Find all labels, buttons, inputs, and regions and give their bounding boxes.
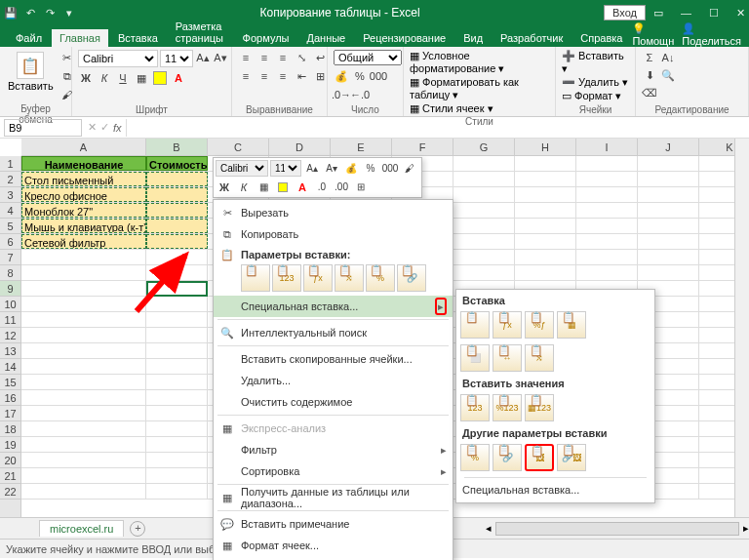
sub-paste-all-icon[interactable] (460, 311, 490, 339)
underline-icon[interactable]: Ч (115, 70, 131, 86)
ctx-format-cells[interactable]: ▦Формат ячеек... (214, 535, 453, 556)
paste-formatting-icon[interactable]: % (366, 264, 395, 292)
align-right-icon[interactable]: ≡ (275, 68, 291, 84)
font-size-combo[interactable]: 11 (160, 50, 193, 67)
decrease-font-icon[interactable]: A▾ (213, 50, 228, 65)
ctx-dropdown-list[interactable]: Выбрать из раскрывающегося списка... (214, 556, 453, 560)
undo-icon[interactable]: ↶ (23, 6, 37, 20)
mini-border-icon[interactable]: ▦ (255, 179, 272, 195)
mini-bold-icon[interactable]: Ж (216, 179, 233, 195)
mini-dec-font-icon[interactable]: A▾ (323, 160, 340, 177)
cancel-formula-icon[interactable]: ✕ (88, 121, 97, 134)
sub-formatting-icon[interactable]: % (460, 444, 490, 471)
redo-icon[interactable]: ↷ (43, 6, 57, 20)
fill-color-icon[interactable] (152, 70, 168, 86)
paste-button[interactable]: 📋 Вставить (6, 50, 56, 94)
paste-values-icon[interactable]: 123 (272, 264, 301, 292)
sub-picture-icon[interactable]: 🖼 (525, 444, 554, 471)
ctx-copy[interactable]: ⧉Копировать (214, 223, 453, 245)
ctx-smart-lookup[interactable]: 🔍Интеллектуальный поиск (214, 322, 453, 343)
mini-color-icon[interactable]: A (294, 179, 311, 195)
mini-currency-icon[interactable]: 💰 (342, 160, 360, 177)
tab-help[interactable]: Справка (572, 29, 630, 47)
autosum-icon[interactable]: Σ (642, 50, 657, 65)
inc-decimal-icon[interactable]: .0→ (334, 87, 349, 102)
number-format-combo[interactable]: Общий (334, 50, 402, 65)
mini-comma-icon[interactable]: 000 (381, 160, 399, 177)
orientation-icon[interactable]: ⤡ (294, 50, 309, 65)
find-icon[interactable]: 🔍 (660, 67, 676, 83)
tab-view[interactable]: Вид (455, 29, 491, 47)
insert-cells-button[interactable]: ➕ Вставить ▾ (562, 50, 629, 75)
tab-page-layout[interactable]: Разметка страницы (168, 18, 233, 47)
sub-linked-picture-icon[interactable]: 🔗🖼 (557, 444, 586, 471)
format-as-table-button[interactable]: ▦ Форматировать как таблицу ▾ (410, 76, 549, 101)
sub-paste-col-width-icon[interactable]: ↔ (493, 344, 522, 372)
increase-font-icon[interactable]: A▴ (195, 50, 211, 65)
mini-painter-icon[interactable]: 🖌 (401, 160, 418, 177)
sub-values-icon[interactable]: 123 (460, 394, 490, 421)
paste-link-icon[interactable]: 🔗 (397, 264, 426, 292)
align-bottom-icon[interactable]: ≡ (275, 50, 291, 65)
tab-developer[interactable]: Разработчик (493, 29, 571, 47)
ctx-filter[interactable]: Фильтр▸ (214, 439, 453, 460)
percent-icon[interactable]: % (352, 68, 368, 84)
mini-inc-font-icon[interactable]: A▴ (303, 160, 321, 177)
wrap-text-icon[interactable]: ↩ (312, 50, 328, 65)
row-headers[interactable]: 12345678910111213141516171819202122 (0, 156, 21, 517)
merge-icon[interactable]: ⊞ (312, 68, 328, 84)
sheet-tab[interactable]: microexcel.ru (39, 520, 124, 537)
tab-formulas[interactable]: Формулы (235, 29, 297, 47)
align-left-icon[interactable]: ≡ (238, 68, 254, 84)
login-button[interactable]: Вход (604, 5, 646, 20)
comma-icon[interactable]: 000 (371, 68, 386, 84)
tab-insert[interactable]: Вставка (110, 29, 166, 47)
mini-inc-dec-icon[interactable]: .0 (313, 179, 331, 195)
vertical-scrollbar[interactable] (734, 139, 749, 517)
font-name-combo[interactable]: Calibri (78, 50, 158, 67)
align-center-icon[interactable]: ≡ (256, 68, 272, 84)
dec-decimal-icon[interactable]: ←.0 (352, 87, 368, 102)
bold-icon[interactable]: Ж (78, 70, 94, 86)
conditional-formatting-button[interactable]: ▦ Условное форматирование ▾ (410, 50, 549, 75)
font-color-icon[interactable]: A (171, 70, 186, 86)
fx-icon[interactable]: fx (113, 122, 122, 134)
enter-formula-icon[interactable]: ✓ (100, 121, 109, 134)
sub-paste-source-fmt-icon[interactable]: ▦ (557, 311, 586, 339)
hscroll-left-icon[interactable]: ◂ (486, 522, 492, 535)
tab-home[interactable]: Главная (52, 29, 108, 47)
minimize-icon[interactable]: — (681, 7, 691, 20)
border-icon[interactable]: ▦ (134, 70, 149, 86)
horizontal-scrollbar[interactable] (495, 522, 739, 536)
tab-file[interactable]: Файл (8, 29, 50, 47)
sub-paste-special-link[interactable]: Специальная вставка... (460, 480, 650, 500)
share-button[interactable]: 👤 Поделиться (682, 22, 741, 47)
close-icon[interactable]: ✕ (736, 7, 745, 20)
tab-data[interactable]: Данные (298, 29, 353, 47)
name-box[interactable]: B9 (4, 119, 82, 137)
maximize-icon[interactable]: ☐ (709, 7, 719, 20)
cell-styles-button[interactable]: ▦ Стили ячеек ▾ (410, 102, 493, 115)
ctx-sort[interactable]: Сортировка▸ (214, 460, 453, 482)
sub-paste-no-border-icon[interactable]: ⬜ (460, 344, 490, 372)
sub-values-source-icon[interactable]: ▦123 (525, 394, 554, 421)
sort-filter-icon[interactable]: A↓ (660, 50, 676, 65)
mini-percent-icon[interactable]: % (362, 160, 379, 177)
save-icon[interactable]: 💾 (4, 6, 18, 20)
ctx-insert-copied[interactable]: Вставить скопированные ячейки... (214, 348, 453, 370)
clear-icon[interactable]: ⌫ (642, 85, 657, 100)
align-top-icon[interactable]: ≡ (238, 50, 254, 65)
mini-dec-dec-icon[interactable]: .00 (333, 179, 350, 195)
mini-merge-icon[interactable]: ⊞ (352, 179, 370, 195)
paste-all-icon[interactable] (241, 264, 270, 292)
ctx-cut[interactable]: ✂Вырезать (214, 202, 453, 223)
help-button[interactable]: 💡 Помощн (632, 22, 674, 47)
ctx-insert-comment[interactable]: 💬Вставить примечание (214, 513, 453, 535)
paste-formulas-icon[interactable]: ƒx (303, 264, 333, 292)
delete-cells-button[interactable]: ➖ Удалить ▾ (562, 76, 628, 89)
indent-dec-icon[interactable]: ⇤ (294, 68, 309, 84)
mini-font-combo[interactable]: Calibri (216, 160, 268, 177)
mini-fill-icon[interactable] (274, 179, 292, 195)
tab-review[interactable]: Рецензирование (355, 29, 453, 47)
currency-icon[interactable]: 💰 (334, 68, 349, 84)
